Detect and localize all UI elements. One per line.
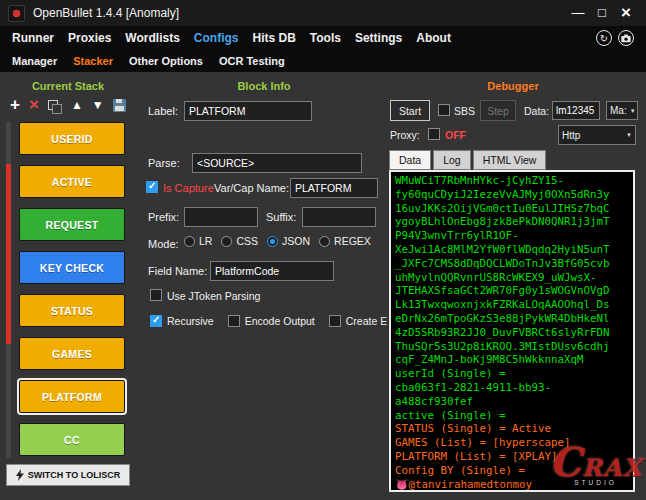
mode-option[interactable]: JSON [267, 235, 310, 247]
menu-item[interactable]: Tools [310, 31, 341, 45]
move-up-icon[interactable]: ▲ [71, 98, 83, 112]
stack-scrollbar[interactable] [6, 122, 11, 458]
stack-block[interactable]: KEY CHECK [19, 251, 125, 284]
output-line: Lk13TwxqwoxnjxkFZRKaLOqAAOOhql_Ds [395, 298, 629, 312]
add-block-icon[interactable]: + [10, 95, 20, 115]
mode-caption: Mode: [148, 238, 179, 250]
stack-block[interactable]: ACTIVE [19, 165, 125, 198]
output-line: WMuWCiT7RbMnHYkc-jCyhZY15- [395, 174, 629, 188]
option-label: Recursive [167, 315, 214, 327]
option-label: Create E [346, 315, 387, 327]
debugger-tab[interactable]: Log [433, 150, 471, 170]
output-line: uhMyvlnQQRvnrUS8RcWKEX9_uWJwsX- [395, 271, 629, 285]
varcap-caption: Var/Cap Name: [214, 182, 289, 194]
debug-data-input[interactable] [552, 101, 600, 120]
configs-submenu: ManagerStackerOther OptionsOCR Testing [0, 50, 646, 72]
debugger-tabs: DataLogHTML View [389, 150, 548, 170]
output-line: fy60quCDyiJ2IezeVvAJMyj0OXn5dRn3y [395, 188, 629, 202]
debugger-panel: Start SBS Step Data: Ma: ▼ Proxy: OFF Ht… [388, 72, 646, 500]
stack-block[interactable]: STATUS [19, 294, 125, 327]
screenshot-camera-icon[interactable] [618, 30, 634, 46]
stack-block[interactable]: USERID [19, 122, 125, 155]
parse-caption: Parse: [148, 157, 180, 169]
jtoken-label: Use JToken Parsing [167, 290, 260, 302]
menu-item[interactable]: Hits DB [252, 31, 295, 45]
jtoken-checkbox[interactable] [150, 289, 162, 301]
debugger-output[interactable]: WMuWCiT7RbMnHYkc-jCyhZY15-fy60quCDyiJ2Ie… [389, 170, 635, 492]
option-checkbox[interactable] [228, 315, 240, 327]
chevron-down-icon: ▼ [626, 132, 632, 138]
window-controls: — □ × [566, 0, 638, 26]
chevron-down-icon: ▼ [630, 108, 636, 114]
submenu-item[interactable]: Other Options [129, 55, 203, 67]
mode-option[interactable]: CSS [221, 235, 258, 247]
minimize-icon[interactable]: — [566, 0, 590, 26]
stack-block[interactable]: CC [19, 423, 125, 456]
wordlist-type-dropdown[interactable]: Ma: ▼ [606, 101, 638, 120]
stack-block[interactable]: PLATFORM [19, 380, 125, 413]
stack-toolbar: + × ▲ ▼ [10, 96, 126, 114]
proxy-type-value: Http [562, 130, 580, 141]
output-line: cba063f1-2821-4911-bb93- [395, 381, 629, 395]
update-check-icon[interactable]: ↻ [596, 30, 612, 46]
camera-icon [621, 34, 631, 43]
parse-input[interactable] [192, 153, 362, 173]
menu-item[interactable]: Configs [194, 31, 239, 45]
mode-option[interactable]: REGEX [319, 235, 371, 247]
submenu-item[interactable]: Stacker [73, 55, 113, 67]
titlebar: OpenBullet 1.4.4 [Anomaly] — □ × [0, 0, 646, 26]
sbs-checkbox[interactable] [438, 104, 450, 116]
step-button[interactable]: Step [480, 100, 516, 121]
submenu-item[interactable]: Manager [12, 55, 57, 67]
save-stack-icon[interactable] [113, 99, 126, 112]
output-line: 👅@tanvirahamedtonmoy [395, 478, 629, 492]
label-input[interactable] [184, 101, 312, 121]
clone-block-icon[interactable] [48, 100, 62, 110]
start-button[interactable]: Start [390, 100, 430, 121]
field-name-caption: Field Name: [148, 265, 207, 277]
stack-list: USERIDACTIVEREQUESTKEY CHECKSTATUSGAMESP… [6, 122, 130, 458]
submenu-item[interactable]: OCR Testing [219, 55, 285, 67]
suffix-input[interactable] [302, 207, 376, 227]
option-checkbox[interactable] [150, 315, 162, 327]
stack-block[interactable]: GAMES [19, 337, 125, 370]
radio-icon[interactable] [184, 236, 195, 247]
output-line: 16uvJKKs2OijVGm0ctIu0EulJIHSz7bqC [395, 202, 629, 216]
output-line: _JXFc7CMS8dDqDQCLWDoTnJv3BfG05cvb [395, 257, 629, 271]
close-icon[interactable]: × [614, 0, 638, 26]
maximize-icon[interactable]: □ [590, 0, 614, 26]
debugger-tab[interactable]: Data [389, 150, 431, 170]
proxy-type-dropdown[interactable]: Http ▼ [558, 125, 636, 145]
field-name-input[interactable] [210, 261, 334, 281]
stack-block[interactable]: REQUEST [19, 208, 125, 241]
radio-icon[interactable] [267, 236, 278, 247]
openbullet-window: OpenBullet 1.4.4 [Anomaly] — □ × RunnerP… [0, 0, 646, 500]
debugger-tab[interactable]: HTML View [473, 150, 547, 170]
stack-scrollbar-thumb[interactable] [6, 164, 11, 344]
mode-option[interactable]: LR [184, 235, 212, 247]
output-line: P94V3wnvTrr6ylR1OF- [395, 229, 629, 243]
output-line: cqF_Z4MnJ-boKj9M8C5hWkknnaXqM [395, 353, 629, 367]
prefix-input[interactable] [184, 207, 258, 227]
varcap-input[interactable] [290, 178, 378, 198]
radio-icon[interactable] [221, 236, 232, 247]
stacker-view: Current Stack Block Info Debugger + × ▲ … [0, 72, 646, 500]
menu-item[interactable]: Proxies [68, 31, 111, 45]
menu-item[interactable]: About [416, 31, 451, 45]
switch-to-loliscript-button[interactable]: SWITCH TO LOLISCR [6, 464, 130, 486]
mode-label: LR [199, 235, 212, 247]
output-line: ygoyBLhlOnEbg8jzk8ePkDN0QNR1j3jmT [395, 215, 629, 229]
radio-icon[interactable] [319, 236, 330, 247]
menu-item[interactable]: Runner [12, 31, 54, 45]
proxy-status: OFF [445, 129, 466, 141]
move-down-icon[interactable]: ▼ [92, 98, 104, 112]
delete-block-icon[interactable]: × [29, 95, 39, 115]
is-capture-checkbox[interactable] [146, 181, 158, 193]
label-caption: Label: [148, 105, 178, 117]
proxy-checkbox[interactable] [428, 128, 440, 140]
option-checkbox[interactable] [329, 315, 341, 327]
menu-item[interactable]: Settings [355, 31, 402, 45]
menu-item[interactable]: Wordlists [125, 31, 179, 45]
output-line: STATUS (Single) = Active [395, 422, 629, 436]
current-stack-header: Current Stack [0, 80, 136, 92]
